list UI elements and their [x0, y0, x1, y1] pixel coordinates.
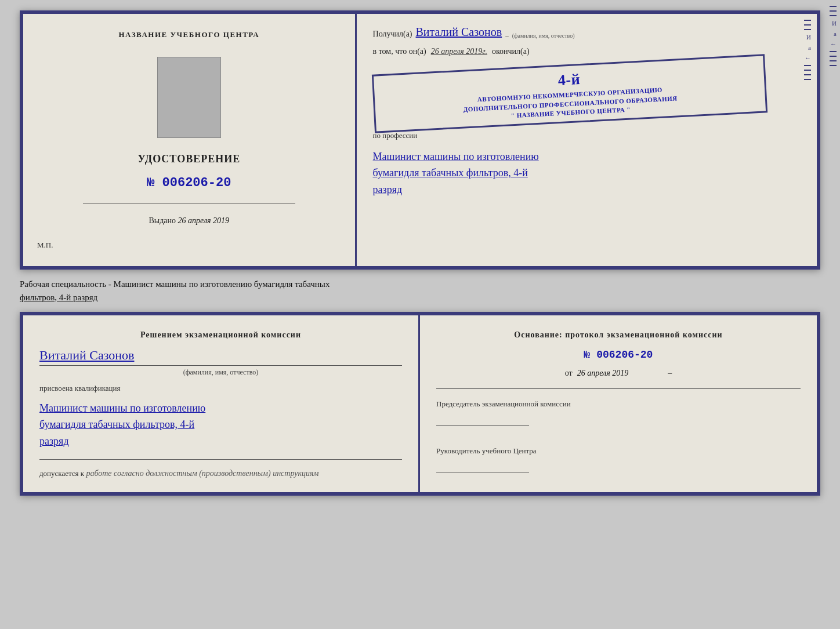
date-value: 26 апреля 2019г. — [431, 47, 487, 56]
recipient-subtext: (фамилия, имя, отчество) — [512, 32, 575, 39]
institution-label: НАЗВАНИЕ УЧЕБНОГО ЦЕНТРА — [119, 30, 260, 39]
divider — [83, 203, 295, 203]
basis-label: Основание: протокол экзаменационной коми… — [436, 329, 801, 341]
protocol-date: 26 апреля 2019 — [577, 369, 628, 378]
back-name-subtext: (фамилия, имя, отчество) — [39, 368, 402, 377]
qual-underline — [39, 459, 402, 460]
margin-decoration: И а ← — [804, 20, 813, 80]
back-name-line: Виталий Сазонов (фамилия, имя, отчество) — [39, 348, 402, 377]
date-line: в том, что он(а) 26 апреля 2019г. окончи… — [373, 47, 801, 56]
director-signature-line — [436, 472, 529, 472]
director-label: Руководитель учебного Центра — [436, 446, 801, 456]
diploma-left-panel: НАЗВАНИЕ УЧЕБНОГО ЦЕНТРА УДОСТОВЕРЕНИЕ №… — [23, 14, 357, 266]
issued-line: Выдано 26 апреля 2019 — [149, 216, 229, 226]
protocol-date-line: от 26 апреля 2019 – — [436, 369, 801, 378]
back-right-margin: И а ← — [830, 6, 837, 66]
back-name: Виталий Сазонов — [39, 348, 134, 362]
cert-title: УДОСТОВЕРЕНИЕ — [137, 153, 240, 165]
exam-commission-title: Решением экзаменационной комиссии — [39, 329, 402, 341]
protocol-number: № 006206-20 — [436, 349, 801, 361]
middle-specialty-label: Рабочая специальность - Машинист машины … — [20, 278, 820, 304]
underlined-specialty: фильтров, 4-й разряд — [20, 293, 97, 302]
qualification-label: присвоена квалификация — [39, 384, 402, 393]
name-underline — [39, 365, 402, 366]
chairman-signature-line — [436, 425, 529, 426]
chairman-section: Председатель экзаменационной комиссии — [436, 399, 801, 428]
allow-line: допускается к работе согласно должностны… — [39, 469, 402, 478]
back-document: Решением экзаменационной комиссии Витали… — [20, 312, 820, 496]
back-left-panel: Решением экзаменационной комиссии Витали… — [23, 315, 420, 492]
recipient-line: Получил(а) Виталий Сазонов – (фамилия, и… — [373, 26, 801, 39]
issued-date: 26 апреля 2019 — [178, 216, 229, 225]
director-section: Руководитель учебного Центра — [436, 446, 801, 475]
profession-value: Машинист машины по изготовлению бумагидл… — [373, 148, 801, 198]
cert-number: № 006206-20 — [147, 176, 231, 190]
chairman-label: Председатель экзаменационной комиссии — [436, 399, 801, 409]
diploma-right-panel: Получил(а) Виталий Сазонов – (фамилия, и… — [357, 14, 817, 266]
allow-value: работе согласно должностным (производств… — [86, 469, 318, 478]
qualification-value: Машинист машины по изготовлению бумагидл… — [39, 400, 402, 450]
profession-label: по профессии — [373, 131, 801, 140]
recipient-name: Виталий Сазонов — [416, 26, 502, 39]
diploma-document: НАЗВАНИЕ УЧЕБНОГО ЦЕНТРА УДОСТОВЕРЕНИЕ №… — [20, 10, 820, 270]
institution-stamp: 4-й АВТОНОМНУЮ НЕКОММЕРЧЕСКУЮ ОРГАНИЗАЦИ… — [371, 54, 767, 133]
back-right-panel: Основание: протокол экзаменационной коми… — [420, 315, 817, 492]
mp-label: М.П. — [37, 241, 53, 250]
photo-placeholder — [157, 57, 221, 138]
